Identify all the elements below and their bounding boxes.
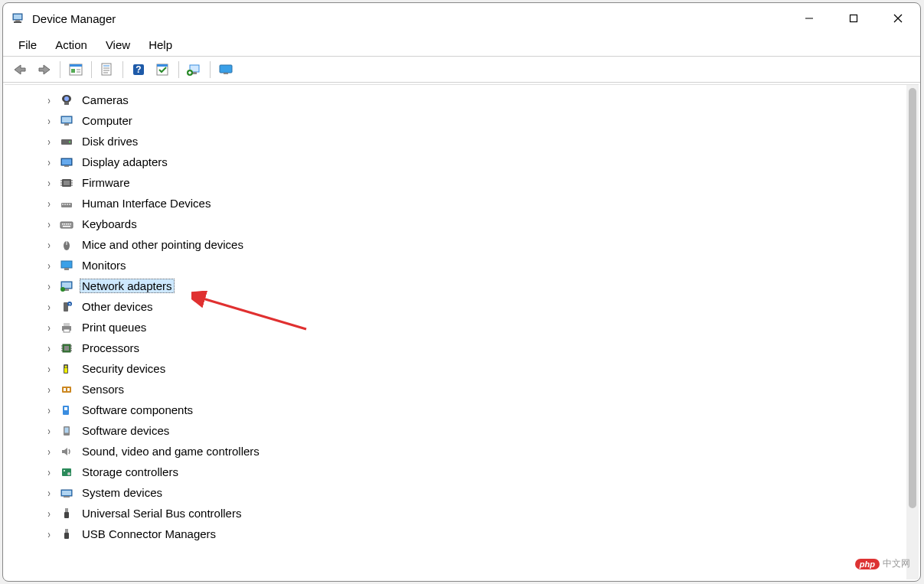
- toolbar-show-hide-tree-button[interactable]: [65, 59, 87, 80]
- security-icon: [58, 361, 75, 377]
- tree-item-display-adapters[interactable]: › Display adapters: [20, 152, 919, 172]
- maximize-button[interactable]: [831, 3, 876, 34]
- svg-point-67: [60, 287, 65, 292]
- chevron-right-icon[interactable]: ›: [43, 218, 55, 230]
- toolbar-properties-button[interactable]: [96, 59, 118, 80]
- svg-point-93: [67, 472, 70, 475]
- tree-item-processors[interactable]: › Processors: [20, 338, 919, 358]
- tree-label: Display adapters: [80, 155, 170, 169]
- processor-icon: [58, 341, 75, 356]
- chevron-right-icon[interactable]: ›: [43, 259, 55, 272]
- toolbar-scan-button[interactable]: [152, 59, 174, 80]
- svg-rect-53: [60, 222, 73, 228]
- chevron-right-icon[interactable]: ›: [43, 342, 55, 354]
- chevron-right-icon[interactable]: ›: [43, 156, 55, 168]
- tree-item-keyboards[interactable]: › Keyboards: [20, 214, 919, 234]
- vertical-scrollbar[interactable]: [906, 85, 919, 579]
- sound-icon: [58, 444, 75, 459]
- svg-text:?: ?: [68, 302, 70, 306]
- storage-icon: [58, 465, 75, 480]
- watermark-text: 中文网: [883, 557, 910, 570]
- mouse-icon: [58, 237, 75, 253]
- keyboard-icon: [58, 217, 75, 232]
- chevron-right-icon[interactable]: ›: [43, 528, 55, 540]
- tree-item-software-components[interactable]: › Software components: [20, 400, 919, 420]
- svg-rect-65: [62, 282, 71, 288]
- tree-item-network-adapters[interactable]: › Network adapters: [20, 276, 919, 296]
- tree-label: Software devices: [80, 423, 171, 438]
- tree-item-software-devices[interactable]: › Software devices: [20, 420, 919, 441]
- svg-rect-21: [157, 64, 168, 67]
- tree-label: Mice and other pointing devices: [80, 237, 246, 252]
- tree-item-system-devices[interactable]: › System devices: [20, 482, 919, 503]
- chevron-right-icon[interactable]: ›: [43, 487, 55, 499]
- software-device-icon: [58, 423, 75, 439]
- svg-rect-86: [67, 388, 70, 391]
- svg-rect-5: [851, 15, 857, 22]
- svg-rect-38: [62, 159, 71, 165]
- svg-rect-96: [64, 496, 70, 498]
- minimize-button[interactable]: [787, 3, 831, 34]
- software-component-icon: [58, 403, 75, 418]
- tree-item-other-devices[interactable]: › ? Other devices: [20, 296, 919, 317]
- chevron-right-icon[interactable]: ›: [43, 115, 55, 127]
- tree-item-cameras[interactable]: › Cameras: [20, 90, 919, 110]
- svg-rect-59: [63, 226, 70, 227]
- tree-label: Software components: [80, 403, 195, 417]
- svg-rect-52: [69, 204, 70, 205]
- svg-rect-85: [64, 388, 66, 391]
- svg-rect-97: [65, 508, 68, 512]
- tree-item-computer[interactable]: › Computer: [20, 110, 919, 131]
- chevron-right-icon[interactable]: ›: [43, 94, 55, 106]
- menu-file[interactable]: File: [11, 37, 44, 53]
- tree-item-print-queues[interactable]: › Print queues: [20, 317, 919, 338]
- svg-point-83: [65, 365, 67, 367]
- tree-label: System devices: [80, 485, 165, 500]
- tree-item-usb-controllers[interactable]: › Universal Serial Bus controllers: [20, 503, 919, 524]
- tree-item-security-devices[interactable]: › Security devices: [20, 358, 919, 379]
- chevron-right-icon[interactable]: ›: [43, 466, 55, 478]
- chevron-right-icon[interactable]: ›: [43, 425, 55, 437]
- tree-item-hid[interactable]: › Human Interface Devices: [20, 193, 919, 214]
- menu-help[interactable]: Help: [141, 37, 180, 53]
- scrollbar-thumb[interactable]: [909, 88, 916, 508]
- menu-action[interactable]: Action: [47, 37, 95, 53]
- tree-item-mice[interactable]: › Mice and other pointing devices: [20, 234, 919, 255]
- chevron-right-icon[interactable]: ›: [43, 280, 55, 292]
- chevron-right-icon[interactable]: ›: [43, 177, 55, 189]
- tree-item-storage-controllers[interactable]: › Storage controllers: [20, 462, 919, 482]
- chevron-right-icon[interactable]: ›: [43, 301, 55, 313]
- chevron-right-icon[interactable]: ›: [43, 383, 55, 396]
- tree-label: Keyboards: [80, 217, 139, 231]
- tree-item-sound[interactable]: › Sound, video and game controllers: [20, 441, 919, 462]
- chevron-right-icon[interactable]: ›: [43, 363, 55, 375]
- tree-item-monitors[interactable]: › Monitors: [20, 255, 919, 276]
- toolbar-forward-button[interactable]: [34, 59, 55, 80]
- tree-item-firmware[interactable]: › Firmware: [20, 172, 919, 193]
- tree-item-sensors[interactable]: › Sensors: [20, 379, 919, 400]
- tree-item-usb-connector-managers[interactable]: › USB Connector Managers: [20, 524, 919, 544]
- toolbar-separator: [91, 61, 92, 78]
- close-button[interactable]: [876, 3, 920, 34]
- toolbar-remote-view-button[interactable]: [215, 59, 237, 80]
- chevron-right-icon[interactable]: ›: [43, 404, 55, 416]
- chevron-right-icon[interactable]: ›: [43, 321, 55, 334]
- toolbar-back-button[interactable]: [9, 59, 31, 80]
- tree-label: Sound, video and game controllers: [80, 444, 262, 458]
- toolbar-add-device-button[interactable]: [184, 59, 205, 80]
- toolbar-help-button[interactable]: ?: [128, 59, 149, 80]
- chevron-right-icon[interactable]: ›: [43, 135, 55, 148]
- chevron-right-icon[interactable]: ›: [43, 239, 55, 251]
- svg-point-92: [64, 470, 65, 471]
- toolbar-separator: [178, 61, 179, 78]
- tree-label: Processors: [80, 341, 142, 355]
- chevron-right-icon[interactable]: ›: [43, 507, 55, 520]
- device-tree[interactable]: › Cameras › Computer › Disk drives › Dis…: [5, 85, 919, 579]
- tree-item-disk-drives[interactable]: › Disk drives: [20, 131, 919, 152]
- tree-label: Network adapters: [80, 279, 175, 293]
- chevron-right-icon[interactable]: ›: [43, 197, 55, 210]
- menu-view[interactable]: View: [98, 37, 138, 53]
- tree-label: Security devices: [80, 361, 168, 376]
- svg-rect-84: [62, 387, 71, 393]
- chevron-right-icon[interactable]: ›: [43, 445, 55, 458]
